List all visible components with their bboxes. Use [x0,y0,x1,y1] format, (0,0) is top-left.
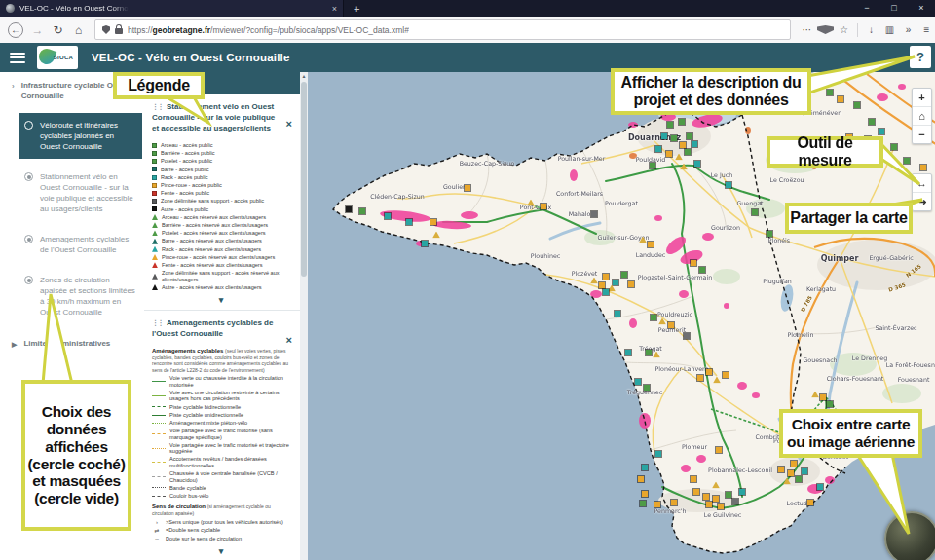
map-marker-square-icon[interactable] [791,461,797,467]
map-marker-square-icon[interactable] [767,231,772,237]
map-marker-square-icon[interactable] [706,369,712,375]
drag-handle-icon[interactable]: ⋮⋮ [152,319,163,326]
map-marker-square-icon[interactable] [691,476,696,482]
map-marker-square-icon[interactable] [820,394,826,400]
map-marker-square-icon[interactable] [591,211,597,217]
sidebar-layer-item[interactable]: Amenagements cyclables de l'Ouest Cornou… [19,227,142,262]
map-marker-square-icon[interactable] [625,350,631,355]
map-marker-square-icon[interactable] [752,209,758,215]
map-marker-square-icon[interactable] [642,465,648,470]
help-button[interactable]: ? [910,46,931,68]
radio-dot-icon[interactable] [24,276,33,284]
sidebar-toggle-icon[interactable] [10,53,25,63]
radio-dot-icon[interactable] [24,172,33,181]
map-marker-square-icon[interactable] [788,470,794,476]
map-marker-square-icon[interactable] [655,146,661,152]
map-marker-square-icon[interactable] [640,501,646,506]
map-marker-square-icon[interactable] [699,267,705,273]
map-marker-square-icon[interactable] [646,350,652,355]
new-tab-button[interactable]: + [344,3,369,15]
radio-dot-icon[interactable] [24,235,33,243]
pocket-icon[interactable] [817,25,834,34]
scroll-up-icon[interactable]: ▲ [300,72,308,80]
caret-right-icon[interactable]: ▶ [12,339,17,350]
map-marker-square-icon[interactable] [406,219,412,225]
map-marker-square-icon[interactable] [465,185,470,191]
downloads-icon[interactable]: ↓ [863,24,879,35]
map-marker-square-icon[interactable] [671,500,677,505]
map-marker-square-icon[interactable] [615,311,620,317]
map-marker-square-icon[interactable] [650,163,655,168]
zoom-in-button[interactable]: + [913,89,931,107]
sidebar-layer-item[interactable]: Zones de circulation apaisée et sections… [19,268,142,324]
drag-handle-icon[interactable]: ⋮⋮ [152,103,163,110]
map-marker-square-icon[interactable] [827,401,833,407]
map-marker-square-icon[interactable] [778,467,784,472]
overflow-chevrons-icon[interactable]: » [900,24,916,35]
map-marker-square-icon[interactable] [679,119,685,125]
close-icon[interactable]: × [286,336,292,344]
map-marker-square-icon[interactable] [541,204,546,209]
map-marker-square-icon[interactable] [692,141,697,147]
basemap-switcher-button[interactable] [884,511,935,560]
map-marker-square-icon[interactable] [684,333,690,339]
browser-tab[interactable]: VEL-OC - Vélo en Ouest Corno × [0,0,344,17]
forward-button[interactable]: → [27,23,48,37]
map-marker-square-icon[interactable] [680,142,686,148]
map-marker-square-icon[interactable] [739,489,745,495]
sidebar-layer-item[interactable]: Stationnement vélo en Ouest Cornouaille … [19,165,142,221]
legend-scrollbar[interactable]: ▲ [300,72,308,560]
map-marker-square-icon[interactable] [621,272,627,278]
map-marker-square-icon[interactable] [603,289,609,295]
map-marker-square-icon[interactable] [854,102,860,108]
map-marker-square-icon[interactable] [599,282,605,288]
close-icon[interactable]: × [286,120,292,128]
map-marker-square-icon[interactable] [869,119,875,125]
map-marker-square-icon[interactable] [628,281,634,287]
map-marker-square-icon[interactable] [671,135,677,141]
map-marker-square-icon[interactable] [346,206,352,212]
map-marker-square-icon[interactable] [642,491,648,497]
home-button[interactable]: ⌂ [68,23,89,37]
map-marker-square-icon[interactable] [651,315,656,320]
map-marker-square-icon[interactable] [693,489,699,495]
map-marker-square-icon[interactable] [827,90,833,95]
map-marker-square-icon[interactable] [718,504,724,509]
radio-empty-icon[interactable] [24,121,33,130]
map-marker-square-icon[interactable] [706,502,712,507]
map-marker-square-icon[interactable] [430,219,436,225]
measure-tool-button[interactable]: ↔ [913,174,931,193]
map-marker-square-icon[interactable] [817,484,823,490]
sidebar-layer-item[interactable]: Véloroute et itinéraires cyclables jalon… [19,113,142,159]
home-extent-button[interactable]: ⌂ [913,107,931,126]
map-marker-square-icon[interactable] [687,133,692,139]
map-marker-square-icon[interactable] [694,161,700,167]
window-maximize-button[interactable]: □ [880,0,908,17]
map-marker-square-icon[interactable] [716,447,722,453]
map-marker-square-icon[interactable] [667,122,673,128]
map-marker-square-icon[interactable] [655,451,661,457]
sidebar-group-item[interactable]: ▶Limites administratives [0,330,144,355]
map-marker-square-icon[interactable] [668,322,674,328]
map-marker-square-icon[interactable] [613,280,618,285]
map-marker-square-icon[interactable] [920,165,926,170]
window-close-button[interactable]: × [908,0,935,17]
map-marker-square-icon[interactable] [838,96,843,102]
map-marker-square-icon[interactable] [654,502,660,507]
bookmark-star-icon[interactable]: ☆ [836,24,852,35]
map-marker-square-icon[interactable] [359,208,365,214]
library-icon[interactable]: ▥ [881,24,898,35]
map-marker-square-icon[interactable] [904,158,910,164]
map-marker-square-icon[interactable] [644,385,650,391]
map-marker-square-icon[interactable] [796,476,802,482]
lock-icon[interactable] [115,28,123,34]
page-actions-icon[interactable]: ⋯ [799,24,815,35]
map-marker-square-icon[interactable] [703,494,709,500]
tracking-shield-icon[interactable] [102,25,110,34]
map-marker-square-icon[interactable] [638,476,644,482]
map-marker-square-icon[interactable] [807,500,813,505]
map-marker-square-icon[interactable] [666,151,672,157]
map-marker-square-icon[interactable] [685,149,691,155]
map-marker-square-icon[interactable] [661,133,667,139]
menu-hamburger-icon[interactable]: ≡ [918,24,935,35]
